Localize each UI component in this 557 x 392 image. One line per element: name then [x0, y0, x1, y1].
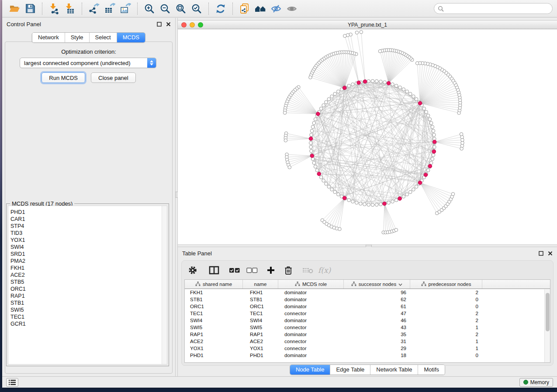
- table-scrollbar[interactable]: [544, 289, 550, 362]
- delete-column-button[interactable]: [284, 264, 293, 277]
- table-row[interactable]: ACE2ACE2connector311: [185, 338, 550, 345]
- cell[interactable]: ACE2: [243, 338, 278, 345]
- mcds-result-item[interactable]: YOX1: [8, 237, 167, 244]
- cell[interactable]: dominator: [278, 317, 344, 324]
- share-document-button[interactable]: [238, 2, 251, 15]
- select-all-button[interactable]: [229, 264, 240, 277]
- mcds-result-item[interactable]: SWI4: [8, 244, 167, 251]
- cell[interactable]: 61: [344, 303, 410, 310]
- table-row[interactable]: STB1STB1dominator620: [185, 296, 550, 303]
- network-titlebar[interactable]: YPA_prune.txt_1: [178, 21, 557, 29]
- tab-mcds[interactable]: MCDS: [117, 33, 145, 42]
- cell[interactable]: 29: [344, 345, 410, 352]
- cell[interactable]: 43: [344, 324, 410, 331]
- mcds-result-item[interactable]: STB5: [8, 279, 167, 285]
- cell[interactable]: RAP1: [243, 331, 278, 338]
- cell[interactable]: dominator: [278, 331, 344, 338]
- cell[interactable]: connector: [278, 310, 344, 317]
- cell[interactable]: 62: [344, 296, 410, 303]
- cell[interactable]: 2: [410, 289, 482, 296]
- table-row[interactable]: SWI5SWI5connector431: [185, 324, 550, 331]
- cell[interactable]: YOX1: [243, 345, 278, 352]
- cell[interactable]: FKH1: [185, 289, 243, 296]
- import-network-button[interactable]: [48, 2, 61, 15]
- mcds-list-scrollbar[interactable]: [162, 206, 167, 364]
- cell[interactable]: connector: [278, 338, 344, 345]
- save-session-button[interactable]: [24, 2, 37, 15]
- cell[interactable]: 1: [410, 338, 482, 345]
- criterion-dropdown[interactable]: largest connected component (undirected): [20, 58, 156, 68]
- cell[interactable]: TEC1: [243, 310, 278, 317]
- tab-node-table[interactable]: Node Table: [290, 365, 331, 375]
- mcds-result-item[interactable]: FKH1: [8, 265, 167, 272]
- cell[interactable]: SWI4: [243, 317, 278, 324]
- cell[interactable]: dominator: [278, 289, 344, 296]
- mcds-result-item[interactable]: GCR1: [8, 320, 167, 327]
- close-panel-icon[interactable]: [548, 251, 553, 256]
- cell[interactable]: 0: [410, 352, 482, 359]
- export-table-button[interactable]: [103, 2, 116, 15]
- search-input[interactable]: [446, 6, 549, 12]
- close-panel-button[interactable]: Close panel: [91, 72, 136, 83]
- zoom-fit-button[interactable]: [174, 2, 187, 15]
- function-builder-button[interactable]: f(x): [318, 264, 331, 277]
- cell[interactable]: 18: [344, 352, 410, 359]
- column-header-mcds-role[interactable]: MCDS role: [278, 280, 344, 289]
- table-row[interactable]: FKH1FKH1dominator962: [185, 289, 550, 296]
- cell[interactable]: 35: [344, 331, 410, 338]
- cell[interactable]: 2: [410, 331, 482, 338]
- cell[interactable]: 2: [410, 310, 482, 317]
- cell[interactable]: dominator: [278, 352, 344, 359]
- cell[interactable]: dominator: [278, 296, 344, 303]
- cell[interactable]: dominator: [278, 303, 344, 310]
- mcds-result-item[interactable]: PMA2: [8, 258, 167, 265]
- table-row[interactable]: YOX1YOX1connector291: [185, 345, 550, 352]
- column-header-predecessor-nodes[interactable]: predecessor nodes: [410, 280, 482, 289]
- cell[interactable]: 2: [410, 317, 482, 324]
- mcds-result-item[interactable]: RAP1: [8, 292, 167, 299]
- zoom-selected-button[interactable]: [190, 2, 203, 15]
- cell[interactable]: SWI4: [185, 317, 243, 324]
- cell[interactable]: TEC1: [185, 310, 243, 317]
- cell[interactable]: PHD1: [185, 352, 243, 359]
- mcds-result-item[interactable]: CAR1: [8, 216, 167, 223]
- mcds-result-item[interactable]: ACE2: [8, 272, 167, 279]
- close-panel-icon[interactable]: [166, 22, 171, 27]
- add-column-button[interactable]: [266, 264, 275, 277]
- table-scroll-thumb[interactable]: [546, 293, 550, 331]
- cell[interactable]: SWI5: [243, 324, 278, 331]
- export-image-button[interactable]: [119, 2, 132, 15]
- table-row[interactable]: TEC1TEC1connector472: [185, 310, 550, 317]
- mcds-result-list[interactable]: PHD1CAR1STP4TID3YOX1SWI4SRD1PMA2FKH1ACE2…: [8, 206, 167, 364]
- table-row[interactable]: ORC1ORC1dominator610: [185, 303, 550, 310]
- search-field[interactable]: [434, 3, 553, 14]
- cell[interactable]: 0: [410, 303, 482, 310]
- cell[interactable]: connector: [278, 345, 344, 352]
- cell[interactable]: 47: [344, 310, 410, 317]
- tab-style[interactable]: Style: [65, 33, 90, 42]
- tab-network[interactable]: Network: [32, 33, 65, 42]
- cell[interactable]: connector: [278, 324, 344, 331]
- hide-details-button[interactable]: [270, 2, 283, 15]
- cell[interactable]: ORC1: [185, 303, 243, 310]
- run-mcds-button[interactable]: Run MCDS: [42, 72, 85, 83]
- deselect-all-button[interactable]: [246, 264, 258, 277]
- delete-table-button[interactable]: [302, 264, 314, 277]
- cell[interactable]: ACE2: [185, 338, 243, 345]
- network-canvas[interactable]: [178, 30, 557, 244]
- cell[interactable]: 96: [344, 289, 410, 296]
- cell[interactable]: SWI5: [185, 324, 243, 331]
- float-panel-icon[interactable]: [157, 22, 162, 27]
- task-history-button[interactable]: [6, 378, 18, 387]
- mcds-result-item[interactable]: STP4: [8, 223, 167, 230]
- cell[interactable]: ORC1: [243, 303, 278, 310]
- cell[interactable]: 1: [410, 324, 482, 331]
- cell[interactable]: 1: [410, 345, 482, 352]
- cell[interactable]: 46: [344, 317, 410, 324]
- zoom-in-button[interactable]: [143, 2, 156, 15]
- column-header-name[interactable]: name: [243, 280, 278, 289]
- table-settings-button[interactable]: [188, 264, 197, 277]
- tab-select[interactable]: Select: [90, 33, 117, 42]
- open-session-button[interactable]: [8, 2, 21, 15]
- table-row[interactable]: RAP1RAP1dominator352: [185, 331, 550, 338]
